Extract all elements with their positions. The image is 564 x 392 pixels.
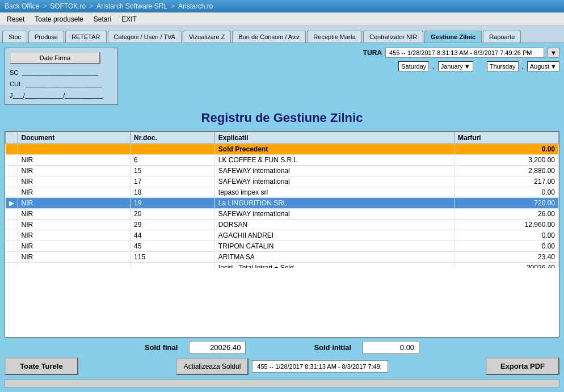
cell-marfuri: 12,960.00 bbox=[454, 220, 559, 230]
table-row[interactable]: NIR18tepaso impex srl0.00 bbox=[6, 187, 559, 198]
menu-setari[interactable]: Setari bbox=[89, 14, 116, 24]
cell-explicatii: ARITMA SA bbox=[214, 252, 454, 263]
sep2: > bbox=[89, 2, 93, 10]
col-nrdoc: Nr.doc. bbox=[131, 132, 215, 144]
cell-explicatii: SAFEWAY international bbox=[214, 209, 454, 220]
row-indicator bbox=[6, 230, 18, 241]
tab-gestiune-zilnic[interactable]: Gestiune Zilnic bbox=[424, 31, 482, 43]
date-from-month[interactable]: January ▼ bbox=[438, 61, 473, 71]
table-row[interactable]: NIR44AGACHII ANDREI0.00 bbox=[6, 230, 559, 241]
tab-categorii[interactable]: Categorii / Useri / TVA bbox=[108, 31, 182, 43]
cell-marfuri: 26.00 bbox=[454, 209, 559, 220]
data-table: Document Nr.doc. Explicatii Marfuri Sold… bbox=[5, 132, 559, 268]
cell-marfuri: 3,200.00 bbox=[454, 155, 559, 166]
row-indicator bbox=[6, 155, 18, 166]
date-to-day[interactable]: Thursday bbox=[487, 61, 519, 71]
cell-explicatii: SAFEWAY international bbox=[214, 176, 454, 187]
menu-exit[interactable]: EXIT bbox=[117, 14, 141, 24]
cell-marfuri: 0.00 bbox=[454, 187, 559, 198]
tura-dropdown[interactable]: ▼ bbox=[548, 48, 559, 58]
row-indicator: ▶ bbox=[6, 198, 18, 209]
cell-explicatii: La LINGURITION SRL bbox=[214, 198, 454, 209]
table-body: Sold Precedent0.00NIR6LK COFFEE & FUN S.… bbox=[6, 144, 559, 268]
tab-stoc[interactable]: Stoc bbox=[2, 31, 27, 43]
back-office-label: Back Office bbox=[5, 2, 39, 10]
main-content: Date Firma SC ______________________ CUI… bbox=[0, 43, 564, 392]
table-scroll[interactable]: Document Nr.doc. Explicatii Marfuri Sold… bbox=[5, 132, 559, 268]
cell-explicatii: LK COFFEE & FUN S.R.L bbox=[214, 155, 454, 166]
actualizeaza-row: Actializeaza Soldul 455 -- 1/28/2017 8:3… bbox=[83, 358, 481, 375]
col-indicator bbox=[6, 132, 18, 144]
table-row[interactable]: NIR20SAFEWAY international26.00 bbox=[6, 209, 559, 220]
sc-field: SC ______________________ bbox=[10, 68, 113, 79]
aristarch-label: Aristarch.ro bbox=[178, 2, 213, 10]
j-field: J___/___________/___________ bbox=[10, 90, 113, 102]
date-from-day[interactable]: Saturday bbox=[398, 61, 429, 71]
cell-nrdoc: 15 bbox=[131, 166, 215, 176]
tab-retetar[interactable]: RETETAR bbox=[65, 31, 107, 43]
cell-document: NIR bbox=[18, 176, 131, 187]
cell-marfuri: 23.40 bbox=[454, 252, 559, 263]
row-indicator bbox=[6, 252, 18, 263]
cell-nrdoc: 17 bbox=[131, 176, 215, 187]
table-row[interactable]: NIR17SAFEWAY international217.00 bbox=[6, 176, 559, 187]
tura-value: 455 -- 1/28/2017 8:31:13 AM - 8/3/2017 7… bbox=[385, 48, 544, 58]
toate-turele-button[interactable]: Toate Turele bbox=[5, 357, 78, 375]
sold-row: Sold final 20026.40 Sold initial 0.00 bbox=[5, 341, 559, 354]
date-to-month[interactable]: August ▼ bbox=[527, 61, 559, 71]
menu-toate-produsele[interactable]: Toate produsele bbox=[30, 14, 87, 24]
cell-marfuri: 0.00 bbox=[454, 144, 559, 155]
actualizeaza-button[interactable]: Actializeaza Soldul bbox=[176, 358, 249, 375]
table-row[interactable]: NIR115ARITMA SA23.40 bbox=[6, 252, 559, 263]
cell-explicatii: Iesiri - Total Intrari + Sold bbox=[214, 263, 454, 268]
cell-document: NIR bbox=[18, 209, 131, 220]
cell-explicatii: tepaso impex srl bbox=[214, 187, 454, 198]
table-row[interactable]: Iesiri - Total Intrari + Sold20026.40 bbox=[6, 263, 559, 268]
bottom-scrollbar[interactable] bbox=[5, 380, 559, 387]
cell-marfuri: 217.00 bbox=[454, 176, 559, 187]
table-row[interactable]: NIR6LK COFFEE & FUN S.R.L3,200.00 bbox=[6, 155, 559, 166]
tura-label: TURA bbox=[363, 49, 382, 57]
cell-marfuri: 2,880.00 bbox=[454, 166, 559, 176]
cell-explicatii: AGACHII ANDREI bbox=[214, 230, 454, 241]
tab-rapoarte[interactable]: Rapoarte bbox=[483, 31, 521, 43]
table-row[interactable]: NIR15SAFEWAY international2,880.00 bbox=[6, 166, 559, 176]
exporta-pdf-button[interactable]: Exporta PDF bbox=[486, 357, 559, 375]
cui-field: CUI : ______________________ bbox=[10, 79, 113, 90]
dot2: , bbox=[522, 62, 524, 70]
row-indicator bbox=[6, 209, 18, 220]
firma-box: Date Firma SC ______________________ CUI… bbox=[5, 48, 118, 105]
row-indicator bbox=[6, 166, 18, 176]
tab-produse[interactable]: Produse bbox=[28, 31, 64, 43]
cell-nrdoc: 44 bbox=[131, 230, 215, 241]
col-explicatii: Explicatii bbox=[214, 132, 454, 144]
cell-nrdoc: 18 bbox=[131, 187, 215, 198]
tab-receptie-marfa[interactable]: Receptie Marfa bbox=[307, 31, 362, 43]
cell-nrdoc: 115 bbox=[131, 252, 215, 263]
sold-initial-label: Sold initial bbox=[314, 343, 351, 352]
cell-explicatii: DORSAN bbox=[214, 220, 454, 230]
table-row[interactable]: ▶NIR19La LINGURITION SRL720.00 bbox=[6, 198, 559, 209]
date-firma-button[interactable]: Date Firma bbox=[10, 52, 100, 64]
cell-document: NIR bbox=[18, 198, 131, 209]
date-row: Saturday , January ▼ Thursday , August ▼ bbox=[398, 61, 559, 71]
table-row[interactable]: Sold Precedent0.00 bbox=[6, 144, 559, 155]
row-indicator bbox=[6, 176, 18, 187]
cell-marfuri: 720.00 bbox=[454, 198, 559, 209]
cell-document bbox=[18, 263, 131, 268]
softok-label: SOFTOK.ro bbox=[50, 2, 86, 10]
tabbar: Stoc Produse RETETAR Categorii / Useri /… bbox=[0, 26, 564, 43]
tab-centralizator-nir[interactable]: Centralizator NIR bbox=[363, 31, 423, 43]
tab-vizualizare-z[interactable]: Vizualizare Z bbox=[183, 31, 231, 43]
sold-initial-value: 0.00 bbox=[363, 341, 419, 354]
cell-marfuri: 20026.40 bbox=[454, 263, 559, 268]
tab-bon-consum[interactable]: Bon de Consum / Aviz bbox=[232, 31, 306, 43]
table-row[interactable]: NIR29DORSAN12,960.00 bbox=[6, 220, 559, 230]
row-indicator bbox=[6, 220, 18, 230]
firma-fields: SC ______________________ CUI : ________… bbox=[10, 68, 113, 101]
table-wrapper: Document Nr.doc. Explicatii Marfuri Sold… bbox=[5, 131, 559, 338]
cell-document: NIR bbox=[18, 252, 131, 263]
row-indicator bbox=[6, 241, 18, 252]
table-row[interactable]: NIR45TRIPON CATALIN0.00 bbox=[6, 241, 559, 252]
menu-reset[interactable]: Reset bbox=[2, 14, 29, 24]
